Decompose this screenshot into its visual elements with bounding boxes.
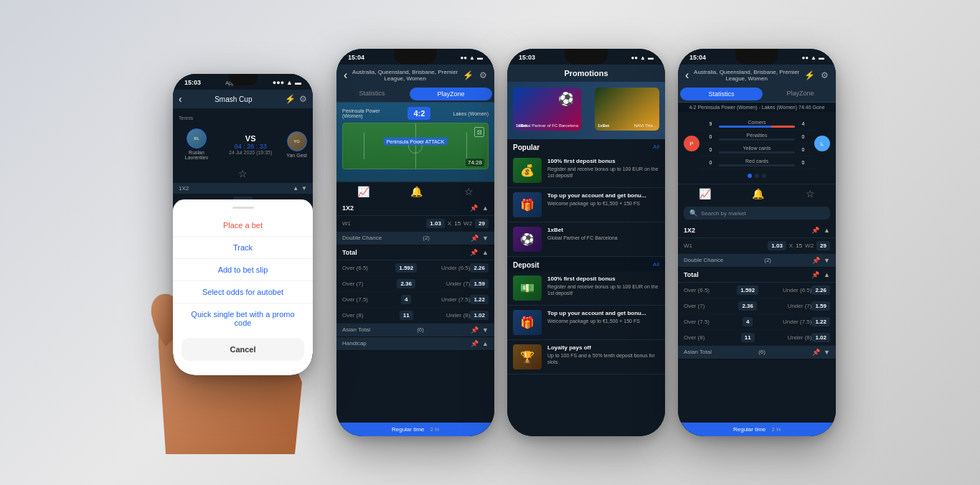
phone4-over-1: Over (7) xyxy=(684,303,738,309)
phone2-total-row-1: Over (7) 2.36 Under (7) 1.59 xyxy=(336,276,494,292)
phone2-nav-chart[interactable]: 📈 xyxy=(357,186,369,197)
phone2-w2-val[interactable]: 29 xyxy=(475,219,489,228)
phone3-popular-text-2: 1xBet Global Partner of FC Barcelona xyxy=(547,227,659,241)
phone2-handicap-chevron[interactable]: ▲ xyxy=(482,340,489,347)
phone1-add-slip[interactable]: Add to bet slip xyxy=(173,259,313,281)
phone3-deposit-all[interactable]: All xyxy=(653,261,659,269)
phone4-total-rows: Over (6.5) 1.592 Under (6.5) 2.26 Over (… xyxy=(678,283,836,346)
phone2-asian-chevron[interactable]: ▼ xyxy=(482,326,489,334)
phone2-nav-bell[interactable]: 🔔 xyxy=(410,186,423,197)
phone4-footer-label: Regular time xyxy=(733,426,765,433)
phone4-dc-chevron[interactable]: ▼ xyxy=(824,257,830,264)
phone2-overval-3[interactable]: 11 xyxy=(400,311,413,320)
phone2-overval-1[interactable]: 2.36 xyxy=(397,279,415,288)
phone4-stat-yellow: 0 Yellow cards 0 xyxy=(699,143,814,156)
phone4-penalties-left: 0 xyxy=(705,134,716,139)
phone4-underval-1[interactable]: 1.59 xyxy=(811,301,830,311)
phone2-under-2: Under (7.5) xyxy=(411,296,470,303)
phone2-overval-0[interactable]: 1.592 xyxy=(395,263,417,273)
phone1-back-btn[interactable]: ‹ xyxy=(179,93,182,105)
phone1-player2-photo: YG xyxy=(287,131,307,151)
phone4-dots xyxy=(678,171,836,180)
phone1-place-bet[interactable]: Place a bet xyxy=(173,215,313,237)
phone1-notch xyxy=(229,74,258,85)
phone2-total-header: Total 📌 ▲ xyxy=(336,245,494,260)
phone2-wifi: ▲ xyxy=(469,55,475,61)
phone4-yellow-bar xyxy=(719,151,795,154)
phone3-notch xyxy=(565,49,608,65)
phone2-under-0: Under (6.5) xyxy=(417,265,470,271)
phone1-promo-code[interactable]: Quick single bet with a promo code xyxy=(173,303,313,334)
phone1-autobet[interactable]: Select odds for autobet xyxy=(173,281,313,303)
phone4-asian-chevron[interactable]: ▼ xyxy=(824,349,830,356)
phone4-w1-val[interactable]: 1.03 xyxy=(768,241,786,250)
phone2-underval-1[interactable]: 1.59 xyxy=(470,279,489,288)
phone4-chevron-up[interactable]: ▲ xyxy=(824,227,830,234)
phone1-star-icon[interactable]: ☆ xyxy=(238,168,248,179)
phone2-1x2-title: 1X2 xyxy=(342,204,354,212)
phone4-asian-pin: 📌 xyxy=(812,349,820,356)
phone3-status-icons: ●● ▲ ▬ xyxy=(631,55,654,61)
phone2-nav-star[interactable]: ☆ xyxy=(464,186,473,197)
phone4-dc-title: Double Chance xyxy=(684,257,723,264)
phone4-overval-3[interactable]: 11 xyxy=(741,333,755,342)
phone4-tab-playzone[interactable]: PlayZone xyxy=(765,86,836,102)
phone2-chevron-up-icon[interactable]: ▲ xyxy=(482,204,489,212)
phone3-deposit-0: 💵 100% first deposit bonus Register and … xyxy=(507,271,665,306)
phone2-tab-statistics[interactable]: Statistics xyxy=(336,86,407,102)
phone4-search[interactable]: 🔍 Search by market xyxy=(684,207,830,220)
phone4-over-2: Over (7.5) xyxy=(684,319,743,325)
phone4-gear-icon[interactable]: ⚙ xyxy=(821,70,829,80)
phone2-underval-3[interactable]: 1.02 xyxy=(470,311,489,320)
phone2-footer[interactable]: Regular time 2 H xyxy=(336,423,494,436)
phone4-red-center: Red cards xyxy=(719,159,795,166)
phone2-overval-2[interactable]: 4 xyxy=(401,295,411,304)
phone2-dc-chevron[interactable]: ▼ xyxy=(482,235,489,242)
phone4-overval-0[interactable]: 1.592 xyxy=(737,286,758,295)
phone4-red-bar xyxy=(719,164,795,166)
phone4-yellow-center: Yellow cards xyxy=(719,146,795,154)
phone2-asian-row: Asian Total (6) 📌 ▼ xyxy=(336,324,494,337)
phone2-gear-icon[interactable]: ⚙ xyxy=(479,70,487,80)
phone1-gear-icon[interactable]: ⚙ xyxy=(299,94,307,104)
phone4-yellow-label: Yellow cards xyxy=(743,146,771,151)
phone2-w1-val[interactable]: 1.03 xyxy=(426,219,445,228)
phone1-track[interactable]: Track xyxy=(173,237,313,259)
phone4-nav-chart[interactable]: 📈 xyxy=(699,188,711,199)
phone1-battery-icon: ▬ xyxy=(295,79,301,86)
phone3-deposit-text-0: 100% first deposit bonus Register and re… xyxy=(547,276,659,296)
phone3-popular-all[interactable]: All xyxy=(653,143,659,151)
phone4-underval-2[interactable]: 1.22 xyxy=(811,317,830,326)
phone4-total-chevron[interactable]: ▲ xyxy=(824,271,830,278)
replay-icon[interactable]: ⊡ xyxy=(474,127,484,137)
phone4-underval-3[interactable]: 1.02 xyxy=(811,333,830,342)
phone4-markets: 1X2 📌 ▲ W1 1.03 X 15 W2 29 Double Cha xyxy=(678,223,836,423)
phone4-tab-statistics[interactable]: Statistics xyxy=(680,88,763,100)
phone4-overval-1[interactable]: 2.36 xyxy=(738,301,757,311)
phone-1: 15:03 App Store ●●● ▲ ▬ ‹ Smash Cup ⚡ ⚙ xyxy=(173,74,313,375)
phone4-footer[interactable]: Regular time 2 H xyxy=(678,423,836,436)
scene: 15:03 App Store ●●● ▲ ▬ ‹ Smash Cup ⚡ ⚙ xyxy=(0,0,980,485)
phone4-w2-val[interactable]: 29 xyxy=(816,241,830,250)
phone2-header: ‹ Australia, Queensland, Brisbane, Premi… xyxy=(336,65,494,86)
phone4-x: X xyxy=(789,242,793,249)
phone4-overval-2[interactable]: 4 xyxy=(743,317,753,326)
phone4-nav-star[interactable]: ☆ xyxy=(806,188,815,199)
phone2-time: 15:04 xyxy=(348,54,364,61)
phone4-stat-red: 0 Red cards 0 xyxy=(699,156,814,169)
phone2-dc-row: Double Chance (2) 📌 ▼ xyxy=(336,232,494,245)
phone2-tab-playzone[interactable]: PlayZone xyxy=(410,88,492,100)
phone2-total-chevron[interactable]: ▲ xyxy=(482,249,489,256)
phone4-nav-bell[interactable]: 🔔 xyxy=(752,188,764,199)
phone4-dc-icons: 📌 ▼ xyxy=(812,257,830,264)
phone4-pin-icon: 📌 xyxy=(811,227,819,234)
phone-2: 15:04 App Store ●● ▲ ▬ ‹ Australia, Quee… xyxy=(336,49,494,436)
phone4-yellow-left: 0 xyxy=(705,147,716,152)
phone4-underval-0[interactable]: 2.26 xyxy=(811,286,830,295)
phone2-underval-2[interactable]: 1.22 xyxy=(470,295,489,304)
phone1-cancel[interactable]: Cancel xyxy=(182,338,304,361)
phone2-x-val: 15 xyxy=(454,220,461,227)
phone2-title: Australia, Queensland, Brisbane, Premier… xyxy=(347,69,463,82)
phone4-under-1: Under (7) xyxy=(757,303,811,309)
phone2-underval-0[interactable]: 2.26 xyxy=(470,263,489,273)
